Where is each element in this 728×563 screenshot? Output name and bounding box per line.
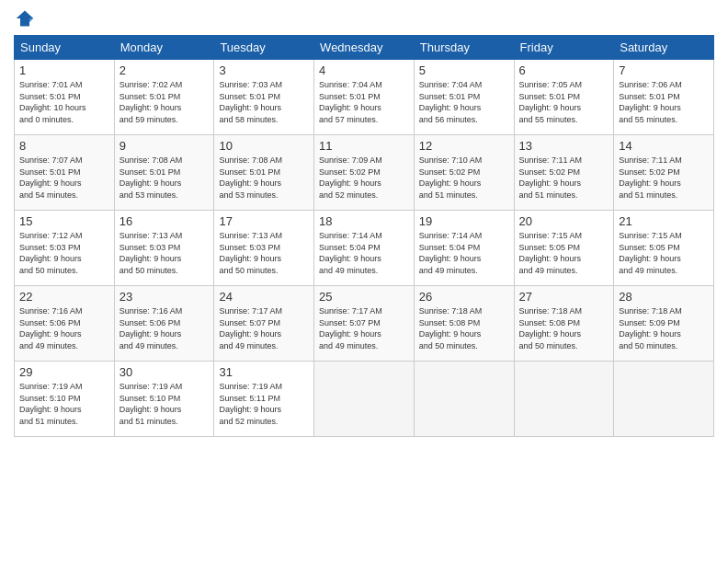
day-number: 20 [519,214,609,228]
calendar-cell: 22Sunrise: 7:16 AM Sunset: 5:06 PM Dayli… [15,286,115,362]
calendar-cell [514,362,614,437]
calendar-cell: 9Sunrise: 7:08 AM Sunset: 5:01 PM Daylig… [114,135,214,211]
calendar-cell [614,362,714,437]
day-number: 26 [419,290,509,304]
day-number: 31 [219,365,309,379]
calendar-cell: 7Sunrise: 7:06 AM Sunset: 5:01 PM Daylig… [614,60,714,135]
day-info: Sunrise: 7:18 AM Sunset: 5:08 PM Dayligh… [419,305,509,351]
day-number: 29 [19,365,109,379]
day-info: Sunrise: 7:10 AM Sunset: 5:02 PM Dayligh… [419,155,509,201]
calendar-body: 1Sunrise: 7:01 AM Sunset: 5:01 PM Daylig… [15,60,714,437]
weekday-header-tuesday: Tuesday [214,36,314,60]
weekday-header-friday: Friday [514,36,614,60]
calendar-cell: 21Sunrise: 7:15 AM Sunset: 5:05 PM Dayli… [614,211,714,286]
day-info: Sunrise: 7:01 AM Sunset: 5:01 PM Dayligh… [19,79,109,125]
day-info: Sunrise: 7:03 AM Sunset: 5:01 PM Dayligh… [219,79,309,125]
calendar-cell [314,362,415,437]
day-info: Sunrise: 7:06 AM Sunset: 5:01 PM Dayligh… [619,79,709,125]
day-info: Sunrise: 7:14 AM Sunset: 5:04 PM Dayligh… [319,230,409,276]
day-number: 1 [19,63,109,77]
calendar-cell: 24Sunrise: 7:17 AM Sunset: 5:07 PM Dayli… [214,286,314,362]
page-header [14,9,714,28]
day-info: Sunrise: 7:08 AM Sunset: 5:01 PM Dayligh… [219,155,309,201]
calendar-cell [414,362,514,437]
weekday-header-thursday: Thursday [414,36,514,60]
day-info: Sunrise: 7:19 AM Sunset: 5:10 PM Dayligh… [19,381,109,427]
weekday-header-sunday: Sunday [15,36,115,60]
calendar-cell: 18Sunrise: 7:14 AM Sunset: 5:04 PM Dayli… [314,211,415,286]
day-info: Sunrise: 7:08 AM Sunset: 5:01 PM Dayligh… [119,155,210,201]
day-info: Sunrise: 7:12 AM Sunset: 5:03 PM Dayligh… [19,230,109,276]
logo-icon [14,9,36,28]
day-info: Sunrise: 7:16 AM Sunset: 5:06 PM Dayligh… [119,305,210,351]
day-number: 12 [419,139,509,153]
calendar-cell: 28Sunrise: 7:18 AM Sunset: 5:09 PM Dayli… [614,286,714,362]
day-info: Sunrise: 7:04 AM Sunset: 5:01 PM Dayligh… [319,79,409,125]
day-number: 10 [219,139,309,153]
calendar-cell: 27Sunrise: 7:18 AM Sunset: 5:08 PM Dayli… [514,286,614,362]
day-info: Sunrise: 7:07 AM Sunset: 5:01 PM Dayligh… [19,155,109,201]
day-info: Sunrise: 7:11 AM Sunset: 5:02 PM Dayligh… [619,155,709,201]
day-number: 9 [119,139,210,153]
day-info: Sunrise: 7:05 AM Sunset: 5:01 PM Dayligh… [519,79,609,125]
day-info: Sunrise: 7:11 AM Sunset: 5:02 PM Dayligh… [519,155,609,201]
weekday-header-row: SundayMondayTuesdayWednesdayThursdayFrid… [15,36,714,60]
calendar-cell: 11Sunrise: 7:09 AM Sunset: 5:02 PM Dayli… [314,135,415,211]
day-info: Sunrise: 7:02 AM Sunset: 5:01 PM Dayligh… [119,79,210,125]
day-number: 23 [119,290,210,304]
day-number: 5 [419,63,509,77]
day-number: 27 [519,290,609,304]
calendar-cell: 31Sunrise: 7:19 AM Sunset: 5:11 PM Dayli… [214,362,314,437]
day-number: 25 [319,290,409,304]
logo [14,9,40,28]
calendar-week-row: 15Sunrise: 7:12 AM Sunset: 5:03 PM Dayli… [15,211,714,286]
day-number: 2 [119,63,210,77]
day-number: 13 [519,139,609,153]
calendar-cell: 10Sunrise: 7:08 AM Sunset: 5:01 PM Dayli… [214,135,314,211]
day-number: 30 [119,365,210,379]
calendar-cell: 6Sunrise: 7:05 AM Sunset: 5:01 PM Daylig… [514,60,614,135]
calendar-cell: 14Sunrise: 7:11 AM Sunset: 5:02 PM Dayli… [614,135,714,211]
calendar-cell: 26Sunrise: 7:18 AM Sunset: 5:08 PM Dayli… [414,286,514,362]
calendar-cell: 4Sunrise: 7:04 AM Sunset: 5:01 PM Daylig… [314,60,415,135]
calendar-cell: 13Sunrise: 7:11 AM Sunset: 5:02 PM Dayli… [514,135,614,211]
calendar-cell: 2Sunrise: 7:02 AM Sunset: 5:01 PM Daylig… [114,60,214,135]
day-number: 14 [619,139,709,153]
day-number: 28 [619,290,709,304]
calendar-week-row: 29Sunrise: 7:19 AM Sunset: 5:10 PM Dayli… [15,362,714,437]
day-number: 24 [219,290,309,304]
day-number: 8 [19,139,109,153]
day-number: 4 [319,63,409,77]
day-number: 7 [619,63,709,77]
day-info: Sunrise: 7:19 AM Sunset: 5:10 PM Dayligh… [119,381,210,427]
calendar-cell: 17Sunrise: 7:13 AM Sunset: 5:03 PM Dayli… [214,211,314,286]
day-info: Sunrise: 7:13 AM Sunset: 5:03 PM Dayligh… [219,230,309,276]
calendar-cell: 1Sunrise: 7:01 AM Sunset: 5:01 PM Daylig… [15,60,115,135]
day-info: Sunrise: 7:17 AM Sunset: 5:07 PM Dayligh… [319,305,409,351]
day-number: 15 [19,214,109,228]
day-number: 21 [619,214,709,228]
day-number: 19 [419,214,509,228]
calendar-cell: 16Sunrise: 7:13 AM Sunset: 5:03 PM Dayli… [114,211,214,286]
svg-marker-1 [29,18,33,22]
day-info: Sunrise: 7:18 AM Sunset: 5:09 PM Dayligh… [619,305,709,351]
day-number: 18 [319,214,409,228]
calendar-cell: 23Sunrise: 7:16 AM Sunset: 5:06 PM Dayli… [114,286,214,362]
day-number: 6 [519,63,609,77]
day-number: 11 [319,139,409,153]
day-number: 17 [219,214,309,228]
calendar-cell: 15Sunrise: 7:12 AM Sunset: 5:03 PM Dayli… [15,211,115,286]
day-info: Sunrise: 7:15 AM Sunset: 5:05 PM Dayligh… [619,230,709,276]
calendar-cell: 5Sunrise: 7:04 AM Sunset: 5:01 PM Daylig… [414,60,514,135]
calendar-table: SundayMondayTuesdayWednesdayThursdayFrid… [14,35,714,437]
calendar-week-row: 22Sunrise: 7:16 AM Sunset: 5:06 PM Dayli… [15,286,714,362]
day-info: Sunrise: 7:04 AM Sunset: 5:01 PM Dayligh… [419,79,509,125]
day-info: Sunrise: 7:19 AM Sunset: 5:11 PM Dayligh… [219,381,309,427]
calendar-cell: 19Sunrise: 7:14 AM Sunset: 5:04 PM Dayli… [414,211,514,286]
day-info: Sunrise: 7:13 AM Sunset: 5:03 PM Dayligh… [119,230,210,276]
day-info: Sunrise: 7:16 AM Sunset: 5:06 PM Dayligh… [19,305,109,351]
day-info: Sunrise: 7:15 AM Sunset: 5:05 PM Dayligh… [519,230,609,276]
calendar-cell: 29Sunrise: 7:19 AM Sunset: 5:10 PM Dayli… [15,362,115,437]
page-container: SundayMondayTuesdayWednesdayThursdayFrid… [0,0,728,563]
day-info: Sunrise: 7:14 AM Sunset: 5:04 PM Dayligh… [419,230,509,276]
